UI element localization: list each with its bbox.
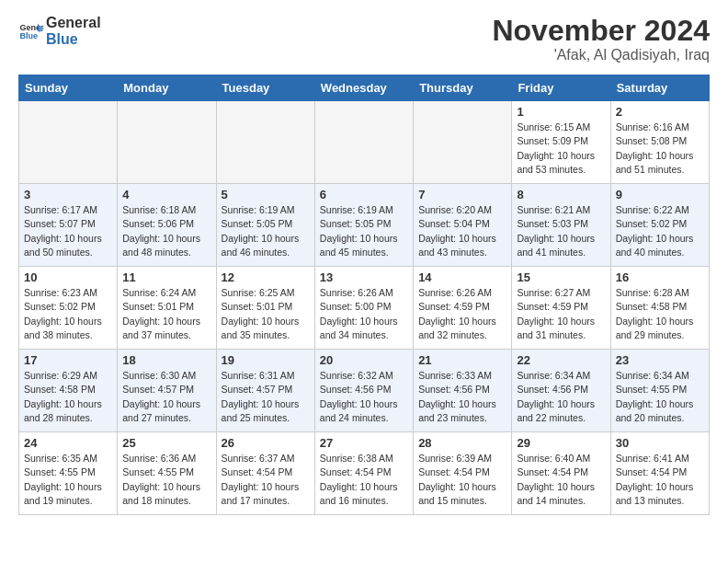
day-number: 12 [222, 270, 310, 284]
day-info: Sunrise: 6:31 AMSunset: 4:57 PMDaylight:… [222, 369, 310, 425]
calendar-cell: 11Sunrise: 6:24 AMSunset: 5:01 PMDayligh… [118, 267, 216, 350]
calendar-cell: 30Sunrise: 6:41 AMSunset: 4:54 PMDayligh… [610, 432, 709, 515]
calendar-cell: 13Sunrise: 6:26 AMSunset: 5:00 PMDayligh… [314, 267, 413, 350]
day-number: 28 [418, 436, 506, 450]
day-number: 17 [24, 353, 112, 367]
title-block: November 2024 'Afak, Al Qadisiyah, Iraq [492, 15, 710, 63]
calendar-cell: 16Sunrise: 6:28 AMSunset: 4:58 PMDayligh… [610, 267, 709, 350]
calendar-cell [414, 101, 512, 184]
day-info: Sunrise: 6:37 AMSunset: 4:54 PMDaylight:… [222, 452, 310, 508]
calendar-cell: 1Sunrise: 6:15 AMSunset: 5:09 PMDaylight… [512, 101, 610, 184]
column-header-saturday: Saturday [610, 75, 709, 101]
day-number: 23 [616, 353, 704, 367]
day-info: Sunrise: 6:35 AMSunset: 4:55 PMDaylight:… [24, 452, 112, 508]
day-number: 5 [222, 188, 310, 201]
calendar-cell: 3Sunrise: 6:17 AMSunset: 5:07 PMDaylight… [19, 184, 118, 267]
column-header-wednesday: Wednesday [314, 75, 413, 101]
calendar-cell [314, 101, 413, 184]
day-number: 21 [418, 353, 506, 367]
day-info: Sunrise: 6:33 AMSunset: 4:56 PMDaylight:… [418, 369, 506, 425]
column-header-monday: Monday [118, 75, 216, 101]
day-number: 8 [517, 188, 605, 201]
day-number: 22 [517, 353, 605, 367]
calendar-cell: 26Sunrise: 6:37 AMSunset: 4:54 PMDayligh… [216, 432, 314, 515]
day-number: 1 [517, 105, 605, 119]
day-info: Sunrise: 6:36 AMSunset: 4:55 PMDaylight:… [122, 452, 210, 508]
day-number: 2 [616, 105, 704, 119]
day-number: 25 [122, 436, 210, 450]
calendar-week-row: 17Sunrise: 6:29 AMSunset: 4:58 PMDayligh… [19, 350, 710, 432]
day-info: Sunrise: 6:19 AMSunset: 5:05 PMDaylight:… [222, 203, 310, 259]
day-info: Sunrise: 6:15 AMSunset: 5:09 PMDaylight:… [517, 121, 605, 177]
day-info: Sunrise: 6:18 AMSunset: 5:06 PMDaylight:… [122, 203, 210, 259]
calendar-week-row: 3Sunrise: 6:17 AMSunset: 5:07 PMDaylight… [19, 184, 710, 267]
calendar-cell: 10Sunrise: 6:23 AMSunset: 5:02 PMDayligh… [19, 267, 118, 350]
calendar-cell: 29Sunrise: 6:40 AMSunset: 4:54 PMDayligh… [512, 432, 610, 515]
day-info: Sunrise: 6:20 AMSunset: 5:04 PMDaylight:… [418, 203, 506, 259]
day-info: Sunrise: 6:39 AMSunset: 4:54 PMDaylight:… [418, 452, 506, 508]
logo-icon: General Blue [18, 18, 44, 44]
day-info: Sunrise: 6:25 AMSunset: 5:01 PMDaylight:… [222, 286, 310, 342]
day-info: Sunrise: 6:19 AMSunset: 5:05 PMDaylight:… [320, 203, 408, 259]
day-number: 10 [24, 270, 112, 284]
day-number: 24 [24, 436, 112, 450]
day-number: 15 [517, 270, 605, 284]
day-number: 16 [616, 270, 704, 284]
calendar-cell: 6Sunrise: 6:19 AMSunset: 5:05 PMDaylight… [314, 184, 413, 267]
day-number: 20 [320, 353, 408, 367]
calendar-week-row: 24Sunrise: 6:35 AMSunset: 4:55 PMDayligh… [19, 432, 710, 515]
day-info: Sunrise: 6:32 AMSunset: 4:56 PMDaylight:… [320, 369, 408, 425]
calendar-cell [19, 101, 118, 184]
day-info: Sunrise: 6:40 AMSunset: 4:54 PMDaylight:… [517, 452, 605, 508]
day-info: Sunrise: 6:29 AMSunset: 4:58 PMDaylight:… [24, 369, 112, 425]
day-info: Sunrise: 6:22 AMSunset: 5:02 PMDaylight:… [616, 203, 704, 259]
calendar-cell: 17Sunrise: 6:29 AMSunset: 4:58 PMDayligh… [19, 350, 118, 432]
day-number: 9 [616, 188, 704, 201]
calendar-cell [118, 101, 216, 184]
day-number: 14 [418, 270, 506, 284]
column-header-friday: Friday [512, 75, 610, 101]
calendar-cell: 2Sunrise: 6:16 AMSunset: 5:08 PMDaylight… [610, 101, 709, 184]
calendar-header-row: SundayMondayTuesdayWednesdayThursdayFrid… [19, 75, 710, 101]
calendar-cell: 19Sunrise: 6:31 AMSunset: 4:57 PMDayligh… [216, 350, 314, 432]
day-info: Sunrise: 6:28 AMSunset: 4:58 PMDaylight:… [616, 286, 704, 342]
day-info: Sunrise: 6:16 AMSunset: 5:08 PMDaylight:… [616, 121, 704, 177]
calendar-table: SundayMondayTuesdayWednesdayThursdayFrid… [18, 75, 710, 515]
calendar-cell: 25Sunrise: 6:36 AMSunset: 4:55 PMDayligh… [118, 432, 216, 515]
calendar-cell: 23Sunrise: 6:34 AMSunset: 4:55 PMDayligh… [610, 350, 709, 432]
day-number: 19 [222, 353, 310, 367]
day-number: 6 [320, 188, 408, 201]
calendar-cell: 22Sunrise: 6:34 AMSunset: 4:56 PMDayligh… [512, 350, 610, 432]
day-number: 26 [222, 436, 310, 450]
day-number: 11 [122, 270, 210, 284]
day-info: Sunrise: 6:38 AMSunset: 4:54 PMDaylight:… [320, 452, 408, 508]
column-header-sunday: Sunday [19, 75, 118, 101]
calendar-cell: 27Sunrise: 6:38 AMSunset: 4:54 PMDayligh… [314, 432, 413, 515]
calendar-cell [216, 101, 314, 184]
page-header: General Blue General Blue November 2024 … [18, 15, 710, 63]
calendar-cell: 9Sunrise: 6:22 AMSunset: 5:02 PMDaylight… [610, 184, 709, 267]
day-info: Sunrise: 6:27 AMSunset: 4:59 PMDaylight:… [517, 286, 605, 342]
column-header-thursday: Thursday [414, 75, 512, 101]
day-info: Sunrise: 6:34 AMSunset: 4:55 PMDaylight:… [616, 369, 704, 425]
day-info: Sunrise: 6:34 AMSunset: 4:56 PMDaylight:… [517, 369, 605, 425]
day-info: Sunrise: 6:30 AMSunset: 4:57 PMDaylight:… [122, 369, 210, 425]
calendar-cell: 15Sunrise: 6:27 AMSunset: 4:59 PMDayligh… [512, 267, 610, 350]
calendar-cell: 5Sunrise: 6:19 AMSunset: 5:05 PMDaylight… [216, 184, 314, 267]
day-number: 18 [122, 353, 210, 367]
calendar-cell: 21Sunrise: 6:33 AMSunset: 4:56 PMDayligh… [414, 350, 512, 432]
logo-general: General [46, 15, 101, 31]
day-number: 7 [418, 188, 506, 201]
location-title: 'Afak, Al Qadisiyah, Iraq [492, 47, 710, 63]
day-info: Sunrise: 6:21 AMSunset: 5:03 PMDaylight:… [517, 203, 605, 259]
calendar-week-row: 1Sunrise: 6:15 AMSunset: 5:09 PMDaylight… [19, 101, 710, 184]
logo: General Blue General Blue [18, 15, 101, 49]
calendar-cell: 24Sunrise: 6:35 AMSunset: 4:55 PMDayligh… [19, 432, 118, 515]
logo-blue: Blue [46, 31, 101, 48]
calendar-cell: 14Sunrise: 6:26 AMSunset: 4:59 PMDayligh… [414, 267, 512, 350]
day-number: 3 [24, 188, 112, 201]
calendar-cell: 20Sunrise: 6:32 AMSunset: 4:56 PMDayligh… [314, 350, 413, 432]
day-info: Sunrise: 6:26 AMSunset: 4:59 PMDaylight:… [418, 286, 506, 342]
svg-text:Blue: Blue [19, 32, 38, 41]
day-number: 13 [320, 270, 408, 284]
